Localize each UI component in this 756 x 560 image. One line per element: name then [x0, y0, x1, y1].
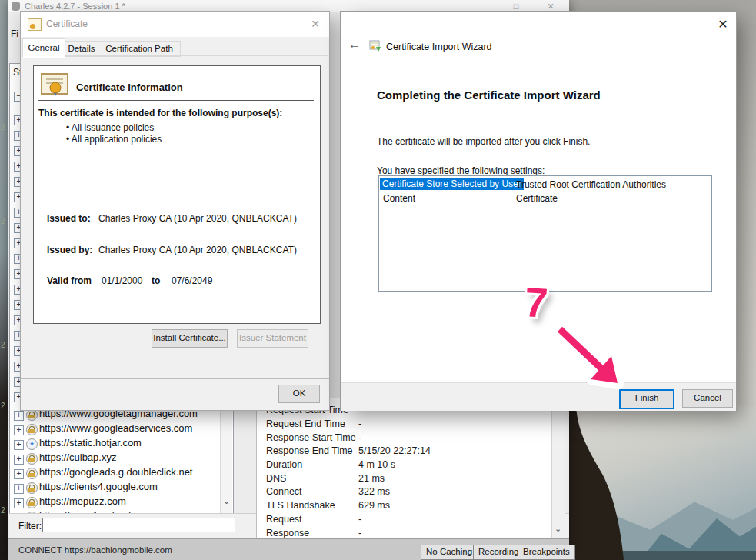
wallpaper: [564, 406, 756, 560]
timing-value: 4 m 10 s: [358, 459, 395, 470]
timing-label: Response Start Time: [266, 432, 356, 443]
filter-input[interactable]: [42, 518, 235, 532]
close-icon[interactable]: ✕: [713, 16, 733, 33]
recording-button[interactable]: Recording: [473, 545, 524, 560]
wizard-body-text: The certificate will be imported after y…: [377, 136, 590, 147]
valid-to-value: 07/6/2049: [172, 275, 212, 286]
setting-name[interactable]: Content: [383, 193, 415, 204]
certificate-dialog-title: Certificate: [46, 18, 88, 29]
timing-label: Response: [266, 528, 309, 538]
timing-label: Response End Time: [266, 445, 353, 456]
settings-listbox[interactable]: Certificate Store Selected by User Trust…: [378, 175, 712, 292]
edge-mark: 2: [1, 506, 5, 515]
edge-mark: 2: [1, 123, 5, 132]
timing-label: Duration: [266, 459, 302, 470]
ssl-lock-icon: [26, 482, 38, 494]
close-icon[interactable]: ✕: [544, 1, 558, 12]
valid-from-label: Valid from: [47, 275, 92, 286]
tab-certification-path[interactable]: Certification Path: [98, 41, 181, 57]
ssl-lock-icon: [26, 497, 38, 508]
issued-by-value: Charles Proxy CA (10 Apr 2020, QNBLACKCA…: [98, 245, 297, 255]
tree-expander-icon[interactable]: +: [14, 440, 24, 450]
valid-from-value: 01/1/2000: [102, 275, 142, 286]
wizard-header-title: Certificate Import Wizard: [386, 42, 492, 52]
cancel-button[interactable]: Cancel: [682, 389, 733, 408]
tab-details[interactable]: Details: [65, 41, 98, 57]
back-arrow-icon[interactable]: ←: [348, 38, 361, 52]
desktop: 22222 Charles 4.2.7 - Session 1 * □ ✕ Fi…: [0, 0, 756, 560]
timing-label: Connect: [266, 486, 302, 497]
certificate-import-icon: [369, 40, 381, 52]
ok-button[interactable]: OK: [278, 385, 320, 403]
status-bar: CONNECT https://bachlongmobile.com No Ca…: [8, 538, 569, 560]
ssl-lock-icon: [26, 453, 38, 465]
charles-window-title: Charles 4.2.7 - Session 1 *: [25, 2, 125, 11]
tree-expander-icon[interactable]: +: [14, 469, 24, 479]
ssl-lock-icon: [26, 424, 38, 435]
certificate-seal-icon: [41, 73, 70, 96]
timing-scrollbar[interactable]: ⌄: [551, 398, 565, 540]
tab-general[interactable]: General: [22, 38, 65, 58]
timing-value: -: [358, 432, 361, 443]
timing-value: 629 ms: [358, 500, 390, 511]
scroll-down-icon[interactable]: ⌄: [555, 524, 561, 534]
globe-icon: ✦: [26, 438, 38, 450]
charles-app-icon: [12, 2, 20, 11]
url-list-item[interactable]: https://static.hotjar.com: [39, 437, 142, 448]
close-icon[interactable]: ✕: [306, 16, 325, 32]
maximize-icon[interactable]: □: [509, 1, 523, 12]
certificate-dialog-titlebar[interactable]: Certificate ✕: [21, 12, 329, 37]
url-list-item[interactable]: https://clients4.google.com: [39, 481, 158, 492]
breakpoints-button[interactable]: Breakpoints: [518, 545, 575, 560]
certificate-info-box: Certificate Information This certificate…: [33, 65, 321, 324]
certificate-info-title: Certificate Information: [76, 82, 183, 93]
issuer-statement-button[interactable]: Issuer Statement: [237, 329, 308, 348]
url-list-item[interactable]: https://www.googleadservices.com: [39, 422, 192, 434]
timing-value: -: [358, 514, 361, 525]
ssl-lock-icon: [26, 409, 38, 421]
setting-value[interactable]: Trusted Root Certification Authorities: [516, 179, 666, 190]
timing-value: -: [358, 528, 361, 538]
certificate-dialog: Certificate ✕ General Details Certificat…: [21, 12, 329, 410]
timing-label: DNS: [266, 473, 286, 484]
wallpaper-silhouette: [564, 406, 641, 560]
timing-value: 5/15/20 22:27:14: [358, 445, 431, 456]
url-list-item[interactable]: https://googleads.g.doubleclick.net: [39, 466, 192, 478]
timing-value: 322 ms: [358, 486, 390, 497]
timing-label: Request End Time: [266, 418, 345, 429]
arrow-annotation-icon: [535, 312, 634, 392]
timing-value: 21 ms: [358, 473, 385, 484]
timing-value: -: [358, 418, 361, 429]
timing-panel: Request Start Time Request End Time - Re…: [256, 398, 565, 538]
scroll-down-icon[interactable]: ⌄: [223, 496, 230, 506]
menu-file-partial[interactable]: Fi: [11, 28, 18, 39]
tree-expander-icon[interactable]: +: [14, 411, 24, 421]
filter-label: Filter:: [18, 521, 42, 532]
wizard-heading: Completing the Certificate Import Wizard: [377, 88, 601, 102]
url-list-item[interactable]: https://mepuzz.com: [39, 495, 126, 507]
install-certificate-button[interactable]: Install Certificate...: [152, 329, 228, 348]
edge-mark: 2: [1, 341, 5, 349]
purpose-heading: This certificate is intended for the fol…: [38, 108, 282, 118]
setting-name-selected[interactable]: Certificate Store Selected by User: [380, 178, 524, 190]
tree-expander-icon[interactable]: +: [14, 498, 24, 508]
tree-expander-icon[interactable]: +: [14, 484, 24, 494]
edge-mark: 2: [1, 217, 5, 225]
desktop-edge-strip: 22222: [0, 0, 8, 560]
valid-to-word: to: [152, 275, 160, 286]
timing-label: TLS Handshake: [266, 500, 335, 511]
url-list-item[interactable]: https://cuibap.xyz: [39, 452, 116, 463]
status-connect-text: CONNECT https://bachlongmobile.com: [18, 545, 172, 555]
issued-by-label: Issued by:: [47, 245, 92, 255]
settings-label: You have specified the following setting…: [377, 165, 545, 176]
charles-titlebar[interactable]: Charles 4.2.7 - Session 1 * □ ✕: [8, 0, 569, 12]
setting-value[interactable]: Certificate: [516, 193, 558, 204]
tree-expander-icon[interactable]: +: [14, 425, 24, 435]
certificate-icon: [28, 18, 42, 31]
edge-mark: 2: [1, 402, 5, 410]
timing-label: Request: [266, 514, 302, 525]
issued-to-value: Charles Proxy CA (10 Apr 2020, QNBLACKCA…: [98, 213, 297, 224]
tab-divider: [22, 55, 328, 56]
no-caching-button[interactable]: No Caching: [421, 545, 478, 560]
tree-expander-icon[interactable]: +: [14, 455, 24, 465]
